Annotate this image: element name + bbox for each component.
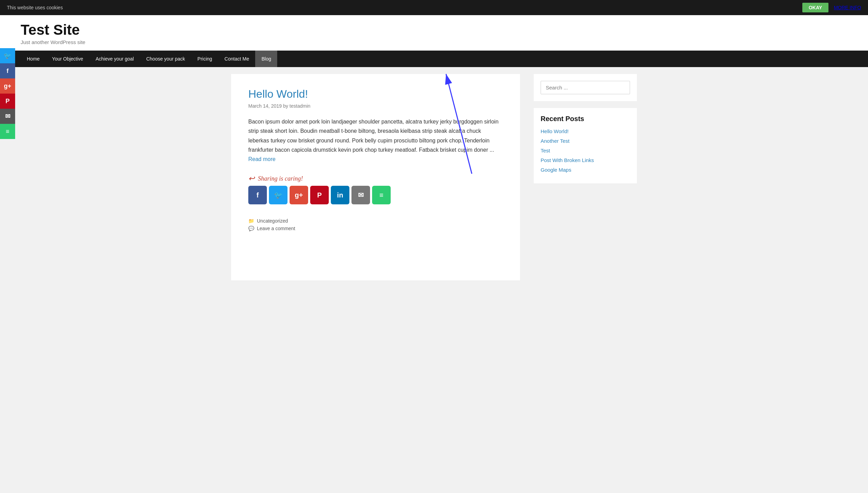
share-more-button[interactable]: ≡ [372,186,391,204]
nav-item-blog[interactable]: Blog [255,51,277,67]
recent-post-link[interactable]: Test [541,148,550,153]
sharing-section: ↩ Sharing is caring! f 🐦 g+ P in ✉ ≡ [248,171,503,208]
main-content: Hello World! March 14, 2019 by testadmin… [231,74,520,280]
social-twitter-button[interactable]: 🐦 [0,48,15,63]
nav-item-contact-me[interactable]: Contact Me [218,51,256,67]
social-facebook-button[interactable]: f [0,63,15,78]
post-content-text: Bacon ipsum dolor amet pork loin landjae… [248,119,499,153]
nav-item-choose-your-pack[interactable]: Choose your pack [140,51,191,67]
sharing-arrow-icon: ↩ [248,174,254,183]
cookie-okay-button[interactable]: OKAY [802,3,828,12]
share-email-button[interactable]: ✉ [351,186,370,204]
search-input[interactable] [541,81,630,94]
recent-post-link[interactable]: Post With Broken Links [541,157,594,163]
site-header: Test Site Just another WordPress site [0,15,868,51]
social-pinterest-button[interactable]: P [0,94,15,109]
post-category-line: Uncategorized [248,218,503,224]
folder-icon [248,218,254,224]
share-pinterest-button[interactable]: P [310,186,329,204]
nav-item-your-objective[interactable]: Your Objective [46,51,89,67]
leave-comment-link[interactable]: Leave a comment [257,226,295,231]
recent-posts-title: Recent Posts [541,115,630,123]
nav-item-pricing[interactable]: Pricing [191,51,218,67]
post-footer: Uncategorized Leave a comment [248,218,503,231]
recent-post-item: Google Maps [541,167,630,173]
share-googleplus-button[interactable]: g+ [290,186,308,204]
comment-icon [248,226,254,231]
main-nav: HomeYour ObjectiveAchieve your goalChoos… [0,51,868,67]
post-meta: March 14, 2019 by testadmin [248,103,503,109]
post-category-link[interactable]: Uncategorized [257,218,288,224]
share-buttons: f 🐦 g+ P in ✉ ≡ [248,186,503,204]
social-more-button[interactable]: ≡ [0,124,15,139]
share-facebook-button[interactable]: f [248,186,267,204]
recent-posts-widget: Recent Posts Hello World!Another TestTes… [534,108,637,183]
sidebar: Recent Posts Hello World!Another TestTes… [534,74,637,280]
recent-post-item: Hello World! [541,128,630,135]
social-email-button[interactable]: ✉ [0,109,15,124]
cookie-more-info-link[interactable]: MORE INFO [834,5,861,10]
recent-post-link[interactable]: Another Test [541,138,569,144]
site-tagline: Just another WordPress site [21,39,847,45]
recent-post-item: Another Test [541,138,630,144]
nav-item-achieve-your-goal[interactable]: Achieve your goal [89,51,140,67]
share-twitter-button[interactable]: 🐦 [269,186,287,204]
cookie-bar: This website uses cookies OKAY MORE INFO [0,0,868,15]
post-content: Bacon ipsum dolor amet pork loin landjae… [248,117,503,164]
recent-post-link[interactable]: Google Maps [541,167,571,173]
social-googleplus-button[interactable]: g+ [0,78,15,94]
cookie-message: This website uses cookies [7,5,63,10]
site-title: Test Site [21,22,847,38]
social-sidebar: 🐦 f g+ P ✉ ≡ [0,48,15,139]
recent-post-link[interactable]: Hello World! [541,128,568,134]
recent-posts-list: Hello World!Another TestTestPost With Br… [541,128,630,173]
recent-post-item: Test [541,148,630,154]
post-title[interactable]: Hello World! [248,88,503,100]
blog-post: Hello World! March 14, 2019 by testadmin… [248,88,503,231]
page-wrapper: Hello World! March 14, 2019 by testadmin… [210,67,658,287]
post-comment-line: Leave a comment [248,226,503,231]
sharing-label-text: Sharing is caring! [258,175,303,182]
nav-item-home[interactable]: Home [21,51,46,67]
recent-post-item: Post With Broken Links [541,157,630,163]
search-widget [534,74,637,101]
sharing-label: ↩ Sharing is caring! [248,174,503,183]
share-linkedin-button[interactable]: in [331,186,349,204]
read-more-link[interactable]: Read more [248,156,275,162]
